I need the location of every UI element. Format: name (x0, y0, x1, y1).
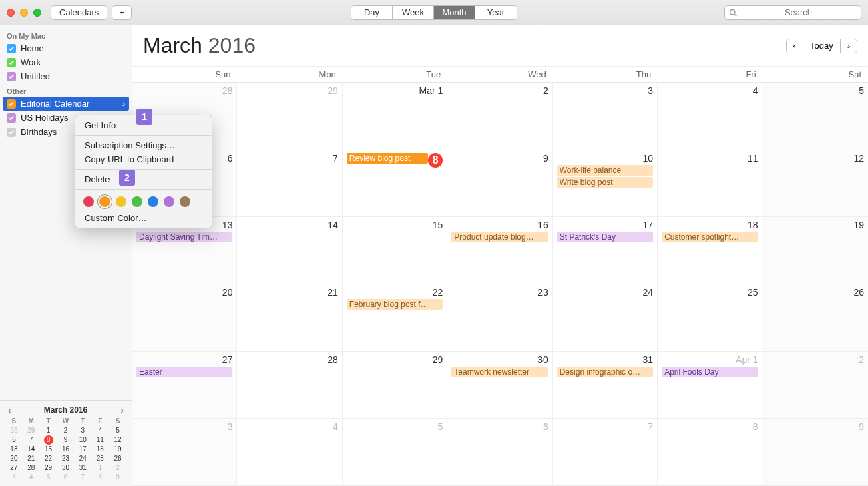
day-cell[interactable]: 14 (237, 217, 342, 284)
view-month[interactable]: Month (434, 6, 475, 19)
mini-day[interactable]: 3 (5, 473, 23, 482)
day-cell[interactable]: 17St Patrick's Day (553, 217, 658, 284)
next-month-button[interactable]: › (841, 39, 857, 53)
calendar-event[interactable]: Teamwork newsletter (451, 367, 548, 377)
day-cell[interactable]: 23 (447, 284, 552, 351)
calendar-event[interactable]: St Patrick's Day (557, 232, 653, 242)
mini-day[interactable]: 3 (74, 426, 91, 435)
mini-day[interactable]: 2 (57, 426, 75, 435)
day-cell[interactable]: Apr 1April Fools Day (658, 352, 763, 419)
color-swatch[interactable] (132, 196, 142, 207)
sidebar-calendar-item[interactable]: Editorial Calendar› (3, 97, 129, 111)
mini-day[interactable]: 20 (5, 454, 23, 463)
mini-day[interactable]: 28 (5, 426, 23, 435)
mini-day[interactable]: 7 (74, 473, 91, 482)
mini-day[interactable]: 1 (91, 463, 109, 473)
mini-day[interactable]: 9 (109, 473, 126, 482)
day-cell[interactable]: 28 (237, 352, 342, 419)
calendar-checkbox[interactable] (7, 113, 16, 123)
mini-day[interactable]: 22 (40, 454, 57, 463)
mini-day[interactable]: 14 (23, 445, 40, 454)
mini-next-month[interactable]: › (120, 405, 124, 415)
color-swatch[interactable] (83, 196, 94, 207)
search-field[interactable] (724, 5, 861, 20)
mini-day[interactable]: 21 (23, 454, 40, 463)
day-cell[interactable]: 29 (237, 83, 342, 150)
mini-day[interactable]: 25 (91, 454, 109, 463)
calendar-event[interactable]: Write blog post (557, 177, 653, 188)
calendar-event[interactable]: Product update blog… (451, 232, 548, 242)
mini-day[interactable]: 9 (57, 435, 75, 445)
mini-day[interactable]: 23 (57, 454, 75, 463)
day-cell[interactable]: 8Review blog post (343, 150, 447, 217)
mini-day[interactable]: 27 (5, 463, 23, 473)
calendar-event[interactable]: Daylight Saving Tim… (136, 232, 232, 242)
view-year[interactable]: Year (475, 6, 517, 19)
mini-day[interactable]: 13 (5, 445, 23, 454)
mini-day[interactable]: 1 (40, 426, 57, 435)
mini-day[interactable]: 29 (40, 463, 57, 473)
day-cell[interactable]: 5 (763, 83, 868, 150)
mini-day[interactable]: 5 (40, 473, 57, 482)
day-cell[interactable]: 25 (658, 284, 763, 351)
day-cell[interactable]: 18Customer spotlight… (658, 217, 763, 284)
sidebar-calendar-item[interactable]: Home (0, 41, 132, 55)
calendar-event[interactable]: Design infographic o… (557, 367, 653, 377)
calendar-checkbox[interactable] (7, 72, 16, 81)
calendar-checkbox[interactable] (7, 99, 16, 109)
calendar-event[interactable]: Review blog post (347, 153, 428, 164)
day-cell[interactable]: 9 (447, 150, 552, 217)
mini-day[interactable]: 17 (74, 445, 91, 454)
day-cell[interactable]: 2 (447, 83, 552, 150)
context-subscription-settings[interactable]: Subscription Settings… (75, 138, 212, 152)
calendar-checkbox[interactable] (7, 58, 16, 67)
calendar-event[interactable]: April Fools Day (662, 367, 758, 377)
mini-day[interactable]: 4 (23, 473, 40, 482)
mini-day[interactable]: 5 (109, 426, 126, 435)
calendar-checkbox[interactable] (7, 44, 16, 53)
view-day[interactable]: Day (351, 6, 393, 19)
day-cell[interactable]: 29 (343, 352, 447, 419)
minimize-window-button[interactable] (20, 9, 28, 17)
day-cell[interactable]: 9 (763, 419, 868, 485)
mini-day[interactable]: 6 (57, 473, 75, 482)
day-cell[interactable]: 16Product update blog… (447, 217, 552, 284)
mini-day[interactable]: 10 (74, 435, 91, 445)
day-cell[interactable]: 15 (343, 217, 447, 284)
mini-day[interactable]: 24 (74, 454, 91, 463)
mini-day[interactable]: 18 (91, 445, 109, 454)
mini-day[interactable]: 4 (91, 426, 109, 435)
add-event-button[interactable]: + (112, 5, 132, 20)
sidebar-calendar-item[interactable]: Work (0, 55, 132, 69)
mini-day[interactable]: 12 (109, 435, 126, 445)
search-input[interactable] (740, 7, 857, 17)
day-cell[interactable]: 20 (132, 284, 237, 351)
day-cell[interactable]: 30Teamwork newsletter (447, 352, 552, 419)
mini-day[interactable]: 28 (23, 463, 40, 473)
view-week[interactable]: Week (393, 6, 434, 19)
color-swatch[interactable] (116, 196, 126, 207)
day-cell[interactable]: 5 (343, 419, 447, 485)
mini-day[interactable]: 26 (109, 454, 126, 463)
day-cell[interactable]: 7 (553, 419, 658, 485)
mini-prev-month[interactable]: ‹ (8, 405, 11, 415)
mini-day[interactable]: 30 (57, 463, 75, 473)
day-cell[interactable]: 3 (132, 419, 237, 485)
context-custom-color[interactable]: Custom Color… (75, 211, 212, 225)
month-grid[interactable]: 2829Mar 12345678Review blog post910Work-… (132, 83, 868, 486)
mini-day[interactable]: 19 (109, 445, 126, 454)
mini-day[interactable]: 2 (109, 463, 126, 473)
close-window-button[interactable] (7, 9, 15, 17)
calendar-checkbox[interactable] (7, 128, 16, 137)
mini-day[interactable]: 31 (74, 463, 91, 473)
day-cell[interactable]: 27Easter (132, 352, 237, 419)
zoom-window-button[interactable] (33, 9, 41, 17)
day-cell[interactable]: 19 (763, 217, 868, 284)
mini-day[interactable]: 8 (44, 435, 53, 445)
today-button[interactable]: Today (803, 39, 841, 53)
day-cell[interactable]: 24 (553, 284, 658, 351)
mini-day[interactable]: 11 (91, 435, 109, 445)
day-cell[interactable]: 6 (447, 419, 552, 485)
mini-day[interactable]: 16 (57, 445, 75, 454)
color-swatch[interactable] (180, 196, 190, 207)
